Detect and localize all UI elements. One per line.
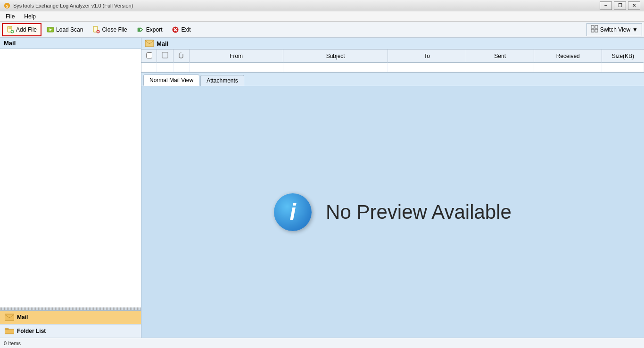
- minimize-button[interactable]: −: [600, 1, 612, 10]
- close-button[interactable]: ✕: [628, 1, 640, 10]
- toolbar: Add File Load Scan Close File: [0, 22, 644, 38]
- left-panel-bottom: Mail Folder List: [0, 310, 141, 338]
- table-header-row: From Subject To Sent Received Size(KB): [141, 50, 644, 63]
- switch-view-arrow: ▼: [632, 26, 638, 33]
- preview-content: i No Preview Available: [141, 86, 644, 338]
- export-label: Export: [146, 26, 163, 33]
- close-file-icon: [92, 26, 100, 33]
- preview-tabs: Normal Mail View Attachments: [141, 73, 644, 86]
- title-left: S SysTools Exchange Log Analyzer v1.0 (F…: [4, 2, 133, 9]
- export-button[interactable]: Export: [132, 23, 167, 36]
- right-panel-header: Mail: [141, 38, 644, 50]
- col-header-checkbox: [141, 50, 157, 63]
- main-area: Mail Mail Folder List: [0, 38, 644, 338]
- col-header-size[interactable]: Size(KB): [602, 50, 644, 63]
- right-panel: Mail: [141, 38, 644, 338]
- select-all-checkbox[interactable]: [146, 52, 152, 58]
- no-preview-text: No Preview Available: [326, 201, 512, 224]
- table-icon1: [162, 52, 168, 58]
- tab-normal-mail-view[interactable]: Normal Mail View: [143, 75, 199, 86]
- app-icon: S: [4, 2, 10, 9]
- statusbar: 0 Items: [0, 338, 644, 348]
- col-header-sent[interactable]: Sent: [466, 50, 534, 63]
- svg-rect-21: [591, 29, 594, 32]
- preview-area: Normal Mail View Attachments i No Previe…: [141, 73, 644, 338]
- svg-rect-25: [162, 52, 168, 58]
- table-attach-icon: [178, 52, 184, 58]
- nav-mail-label: Mail: [17, 314, 28, 321]
- svg-rect-23: [5, 314, 14, 321]
- folder-nav-icon: [5, 327, 14, 335]
- menu-file[interactable]: File: [2, 12, 18, 21]
- col-header-icon1: [157, 50, 173, 63]
- left-panel-header: Mail: [0, 38, 141, 49]
- exit-button[interactable]: Exit: [167, 23, 195, 36]
- menu-bar: File Help: [0, 11, 644, 22]
- svg-text:S: S: [6, 3, 8, 8]
- exit-icon: [172, 26, 179, 33]
- svg-rect-19: [591, 25, 594, 28]
- switch-view-icon: [591, 25, 598, 34]
- no-preview-icon: i: [274, 193, 312, 231]
- svg-rect-22: [595, 29, 598, 32]
- close-file-label: Close File: [102, 26, 127, 33]
- info-letter: i: [289, 199, 296, 225]
- title-text: SysTools Exchange Log Analyzer v1.0 (Ful…: [13, 3, 133, 8]
- title-controls: − ❒ ✕: [600, 1, 640, 10]
- nav-item-folder-list[interactable]: Folder List: [0, 324, 141, 338]
- switch-view-label: Switch View: [600, 26, 630, 33]
- switch-view-button[interactable]: Switch View ▼: [586, 23, 642, 36]
- left-panel-content: [0, 49, 141, 307]
- add-file-button[interactable]: Add File: [2, 23, 41, 36]
- load-scan-label: Load Scan: [56, 26, 83, 33]
- col-header-icon2: [173, 50, 189, 63]
- tab-attachments[interactable]: Attachments: [200, 75, 244, 86]
- add-file-icon: [7, 26, 14, 33]
- mail-nav-icon: [5, 314, 14, 321]
- col-header-received[interactable]: Received: [534, 50, 602, 63]
- table-empty-row: [141, 63, 644, 72]
- export-icon: [137, 26, 144, 33]
- title-bar: S SysTools Exchange Log Analyzer v1.0 (F…: [0, 0, 644, 11]
- col-header-to[interactable]: To: [388, 50, 466, 63]
- left-panel: Mail Mail Folder List: [0, 38, 141, 338]
- mail-table-area: From Subject To Sent Received Size(KB): [141, 50, 644, 73]
- close-file-button[interactable]: Close File: [88, 23, 131, 36]
- nav-folder-label: Folder List: [17, 328, 46, 334]
- add-file-label: Add File: [16, 26, 37, 33]
- load-scan-icon: [47, 26, 54, 33]
- nav-item-mail[interactable]: Mail: [0, 310, 141, 324]
- right-panel-title: Mail: [157, 40, 168, 47]
- restore-button[interactable]: ❒: [614, 1, 626, 10]
- exit-label: Exit: [181, 26, 190, 33]
- status-items-count: 0 Items: [4, 340, 21, 346]
- col-header-subject[interactable]: Subject: [283, 50, 388, 63]
- menu-help[interactable]: Help: [20, 12, 40, 21]
- mail-table: From Subject To Sent Received Size(KB): [141, 50, 644, 72]
- mail-header-icon: [145, 40, 154, 47]
- svg-rect-20: [595, 25, 598, 28]
- load-scan-button[interactable]: Load Scan: [42, 23, 87, 36]
- col-header-from[interactable]: From: [189, 50, 283, 63]
- svg-rect-24: [145, 40, 154, 47]
